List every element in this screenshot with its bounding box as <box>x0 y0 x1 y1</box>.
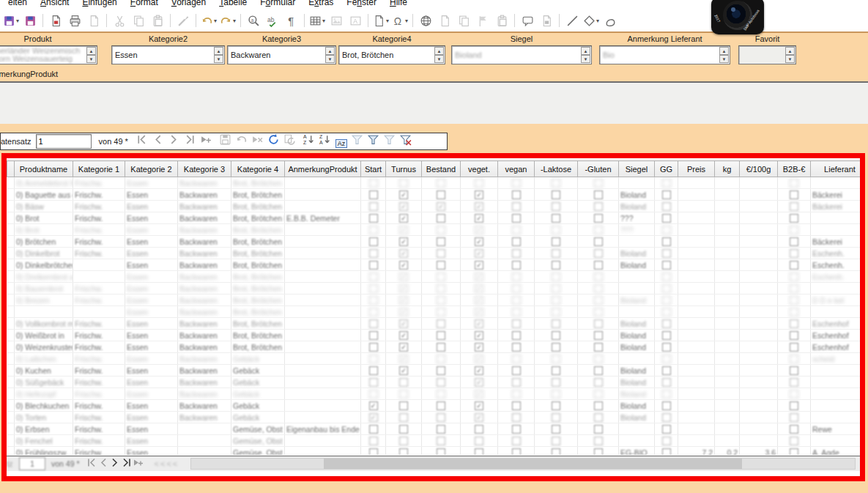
gl-checkbox[interactable] <box>594 226 603 234</box>
cell-la[interactable] <box>535 435 578 447</box>
gl-checkbox[interactable] <box>594 308 603 316</box>
cell-anm[interactable] <box>285 353 361 365</box>
cell-k2[interactable]: Essen <box>125 365 178 377</box>
vg-checkbox[interactable] <box>475 202 483 211</box>
vn-checkbox[interactable] <box>512 202 521 211</box>
spin-up-icon[interactable]: ▲ <box>719 47 729 55</box>
cell-k3[interactable]: Backwaren <box>178 283 231 294</box>
cell-preis[interactable] <box>678 400 715 412</box>
cell-siegel[interactable]: Bioland <box>619 201 655 212</box>
cell-la[interactable] <box>535 318 578 330</box>
cell-k4[interactable]: Brot, Brötchen <box>231 318 285 330</box>
cell-st[interactable] <box>361 177 386 189</box>
gg-checkbox[interactable] <box>662 425 671 434</box>
cell-k4[interactable]: Gebäck <box>231 377 285 388</box>
tu-checkbox[interactable] <box>399 179 408 188</box>
cell-lief[interactable]: Eschenh. <box>811 259 861 271</box>
cell-gg[interactable] <box>655 353 678 365</box>
cell-k3[interactable]: Backwaren <box>178 224 231 236</box>
cell-e100[interactable] <box>740 189 778 201</box>
st-checkbox[interactable] <box>369 437 378 445</box>
cell-k2[interactable]: Essen <box>125 189 178 201</box>
cell-gl[interactable] <box>578 435 619 447</box>
grid-next-record-icon[interactable] <box>109 457 121 469</box>
column-header-k3[interactable]: Kategorie 3 <box>178 161 231 177</box>
cell-gg[interactable] <box>655 294 678 306</box>
cell-k4[interactable]: Gemüse, Obst <box>231 447 285 456</box>
cell-vn[interactable] <box>498 447 535 456</box>
cell-k1[interactable]: Frischw. <box>73 224 125 236</box>
vg-checkbox[interactable] <box>475 261 483 270</box>
cell-st[interactable] <box>361 330 386 341</box>
cell-name[interactable]: 0) Bäsw <box>15 201 73 212</box>
cell-vn[interactable] <box>498 271 535 283</box>
cell-vn[interactable] <box>498 365 535 377</box>
cell-gl[interactable] <box>578 271 619 283</box>
st-checkbox[interactable] <box>369 413 378 422</box>
cell-lief[interactable]: Eschenhof <box>811 318 861 330</box>
grid-last-record-icon[interactable] <box>121 457 133 469</box>
cell-k3[interactable]: Backwaren <box>178 330 231 341</box>
b2b-checkbox[interactable] <box>790 448 798 456</box>
cell-e100[interactable] <box>740 400 778 412</box>
cell-kg[interactable] <box>715 330 740 341</box>
spin-up-icon[interactable]: ▲ <box>785 47 795 55</box>
cell-b2b[interactable] <box>778 236 811 248</box>
column-header-vn[interactable]: vegan <box>498 161 535 177</box>
cell-vg[interactable] <box>461 271 498 283</box>
menu-fenster[interactable]: Fenster <box>340 0 383 7</box>
cell-tu[interactable] <box>386 271 422 283</box>
cell-lief[interactable]: Rewe <box>811 423 861 435</box>
cell-e100[interactable] <box>740 177 778 189</box>
cell-anm[interactable] <box>285 201 361 212</box>
be-checkbox[interactable] <box>437 366 445 375</box>
gg-checkbox[interactable] <box>662 437 671 445</box>
cell-k4[interactable]: Gebäck <box>231 388 285 400</box>
cell-k3[interactable]: Backwaren <box>178 271 231 283</box>
be-checkbox[interactable] <box>437 343 445 352</box>
cell-tu[interactable] <box>386 318 422 330</box>
cell-k2[interactable]: Essen <box>125 377 178 388</box>
vn-checkbox[interactable] <box>512 413 521 422</box>
vg-checkbox[interactable] <box>475 179 483 188</box>
cell-k2[interactable]: Essen <box>125 177 178 189</box>
cell-la[interactable] <box>535 236 578 248</box>
tu-checkbox[interactable] <box>399 226 408 234</box>
vn-checkbox[interactable] <box>512 296 521 305</box>
st-checkbox[interactable] <box>369 331 378 340</box>
cell-k3[interactable]: Backwaren <box>178 189 231 201</box>
cell-la[interactable] <box>535 271 578 283</box>
gg-checkbox[interactable] <box>662 319 671 328</box>
cell-k3[interactable]: Backwaren <box>178 177 231 189</box>
cell-vg[interactable] <box>461 412 498 423</box>
column-header-name[interactable]: Produktname <box>15 161 73 177</box>
vn-checkbox[interactable] <box>512 448 521 456</box>
cell-st[interactable] <box>361 377 386 388</box>
cell-anm[interactable] <box>285 388 361 400</box>
anmerkung-lieferant-combo-input[interactable]: Bio▲▼ <box>599 45 730 64</box>
tu-checkbox[interactable] <box>399 296 408 305</box>
cell-b2b[interactable] <box>778 423 811 435</box>
cell-e100[interactable] <box>740 306 778 318</box>
cell-lief[interactable]: Eschenh. <box>811 248 861 259</box>
cell-preis[interactable] <box>678 271 715 283</box>
cell-vn[interactable] <box>498 318 535 330</box>
cell-e100[interactable] <box>740 294 778 306</box>
cell-la[interactable] <box>535 294 578 306</box>
gl-checkbox[interactable] <box>594 202 603 211</box>
vg-checkbox[interactable] <box>475 413 483 422</box>
column-header-vg[interactable]: veget. <box>461 161 498 177</box>
cell-be[interactable] <box>422 201 461 212</box>
gg-checkbox[interactable] <box>662 284 671 293</box>
cell-la[interactable] <box>535 306 578 318</box>
tu-checkbox[interactable] <box>399 190 408 199</box>
be-checkbox[interactable] <box>437 179 445 188</box>
cell-anm[interactable] <box>285 400 361 412</box>
cell-vg[interactable] <box>461 212 498 224</box>
cell-kg[interactable] <box>715 259 740 271</box>
cell-vg[interactable] <box>461 224 498 236</box>
cell-e100[interactable] <box>740 365 778 377</box>
vg-checkbox[interactable] <box>475 331 483 340</box>
cell-tu[interactable] <box>386 283 422 294</box>
cell-preis[interactable] <box>678 224 715 236</box>
